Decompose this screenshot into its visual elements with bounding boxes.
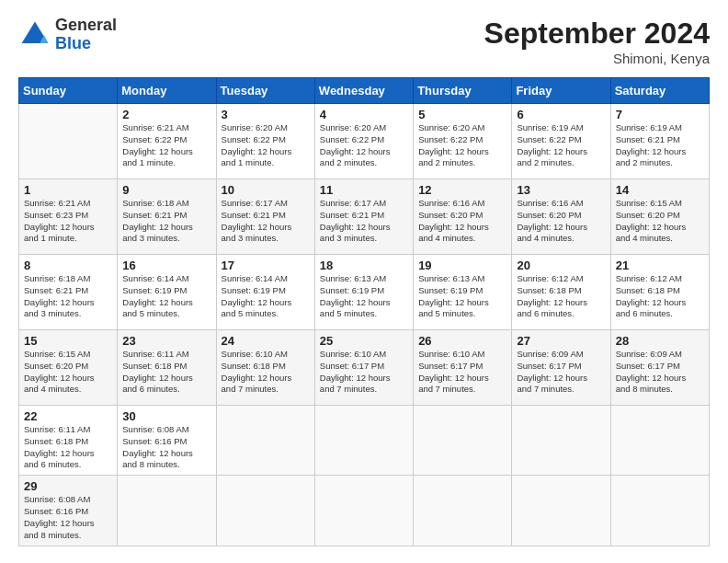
cell-line: and 2 minutes. [320,157,408,169]
calendar-cell: 19Sunrise: 6:13 AMSunset: 6:19 PMDayligh… [414,255,512,330]
cell-line: Daylight: 12 hours [222,297,310,309]
cell-line: and 8 minutes. [24,530,112,542]
calendar-cell: 18Sunrise: 6:13 AMSunset: 6:19 PMDayligh… [314,255,413,330]
calendar-cell: 1Sunrise: 6:21 AMSunset: 6:23 PMDaylight… [19,179,118,255]
header-cell-tuesday: Tuesday [216,78,314,104]
cell-line: Sunrise: 6:08 AM [122,424,210,436]
calendar-cell [314,476,413,546]
logo-blue: Blue [55,35,117,53]
cell-line: Daylight: 12 hours [24,222,112,234]
cell-line: Daylight: 12 hours [616,222,704,234]
cell-line: Sunset: 6:21 PM [616,134,704,146]
cell-line: Sunrise: 6:12 AM [616,273,704,285]
cell-line: Sunset: 6:20 PM [517,210,605,222]
calendar-row: 29Sunrise: 6:08 AMSunset: 6:16 PMDayligh… [19,476,710,546]
cell-line: Sunset: 6:20 PM [24,361,112,373]
calendar-row: 8Sunrise: 6:18 AMSunset: 6:21 PMDaylight… [19,255,710,330]
cell-line: Sunset: 6:22 PM [320,134,408,146]
cell-line: Sunset: 6:21 PM [24,285,112,297]
cell-line: Sunrise: 6:10 AM [320,349,408,361]
cell-line: and 7 minutes. [418,384,506,396]
cell-line: Daylight: 12 hours [418,222,506,234]
calendar-cell [216,476,314,546]
cell-line: Daylight: 12 hours [24,297,112,309]
cell-line: and 4 minutes. [616,233,704,245]
cell-line: Sunset: 6:17 PM [517,361,605,373]
cell-line: Sunrise: 6:14 AM [222,273,310,285]
day-number: 7 [616,108,704,121]
header-cell-wednesday: Wednesday [314,78,413,104]
header-cell-friday: Friday [512,78,610,104]
cell-line: Sunset: 6:19 PM [418,285,506,297]
cell-line: and 7 minutes. [222,384,310,396]
cell-line: Daylight: 12 hours [24,373,112,385]
calendar-cell: 25Sunrise: 6:10 AMSunset: 6:17 PMDayligh… [314,330,413,406]
logo: General Blue [18,17,117,53]
calendar-row: 22Sunrise: 6:11 AMSunset: 6:18 PMDayligh… [19,406,710,476]
cell-line: Daylight: 12 hours [320,146,408,158]
cell-line: Daylight: 12 hours [517,297,605,309]
calendar-cell [414,476,512,546]
cell-line: and 2 minutes. [418,157,506,169]
cell-line: Daylight: 12 hours [320,373,408,385]
cell-line: Sunrise: 6:19 AM [517,122,605,134]
day-number: 9 [122,183,210,197]
calendar-cell: 15Sunrise: 6:15 AMSunset: 6:20 PMDayligh… [19,330,118,406]
day-number: 25 [320,334,408,348]
cell-line: Sunset: 6:22 PM [517,134,605,146]
day-number: 16 [122,259,210,272]
day-number: 19 [418,259,506,272]
day-number: 1 [24,183,112,197]
logo-text: General Blue [55,17,117,53]
cell-line: Daylight: 12 hours [122,146,210,158]
cell-line: and 6 minutes. [122,384,210,396]
month-title: September 2024 [484,17,710,51]
cell-line: and 3 minutes. [222,233,310,245]
header-row: SundayMondayTuesdayWednesdayThursdayFrid… [19,78,710,104]
calendar-cell: 5Sunrise: 6:20 AMSunset: 6:22 PMDaylight… [414,104,512,179]
cell-line: and 1 minute. [222,157,310,169]
cell-line: and 6 minutes. [24,459,112,471]
cell-line: and 6 minutes. [616,308,704,320]
calendar-cell: 4Sunrise: 6:20 AMSunset: 6:22 PMDaylight… [314,104,413,179]
cell-line: Daylight: 12 hours [122,448,210,460]
cell-line: Daylight: 12 hours [517,222,605,234]
cell-line: Daylight: 12 hours [122,373,210,385]
title-block: September 2024 Shimoni, Kenya [484,17,710,66]
header: General Blue September 2024 Shimoni, Ken… [18,17,710,66]
day-number: 22 [24,409,112,423]
cell-line: Sunset: 6:16 PM [122,436,210,448]
cell-line: Sunrise: 6:09 AM [517,349,605,361]
cell-line: Sunset: 6:17 PM [320,361,408,373]
cell-line: Sunrise: 6:18 AM [24,273,112,285]
day-number: 13 [517,183,605,197]
cell-line: Sunrise: 6:15 AM [24,349,112,361]
calendar-row: 1Sunrise: 6:21 AMSunset: 6:23 PMDaylight… [19,179,710,255]
cell-line: and 1 minute. [122,157,210,169]
cell-line: Sunrise: 6:09 AM [616,349,704,361]
cell-line: Daylight: 12 hours [616,146,704,158]
calendar-cell: 13Sunrise: 6:16 AMSunset: 6:20 PMDayligh… [512,179,610,255]
cell-line: Daylight: 12 hours [222,146,310,158]
cell-line: Sunset: 6:21 PM [122,210,210,222]
calendar-cell [19,104,118,179]
cell-line: and 2 minutes. [517,157,605,169]
day-number: 3 [222,108,310,121]
cell-line: and 5 minutes. [222,308,310,320]
cell-line: and 5 minutes. [320,308,408,320]
calendar-table: SundayMondayTuesdayWednesdayThursdayFrid… [18,77,710,546]
day-number: 2 [122,108,210,121]
header-cell-thursday: Thursday [414,78,512,104]
calendar-cell: 14Sunrise: 6:15 AMSunset: 6:20 PMDayligh… [610,179,709,255]
calendar-cell [314,406,413,476]
calendar-cell: 28Sunrise: 6:09 AMSunset: 6:17 PMDayligh… [610,330,709,406]
calendar-row: 2Sunrise: 6:21 AMSunset: 6:22 PMDaylight… [19,104,710,179]
cell-line: Sunset: 6:18 PM [24,436,112,448]
calendar-cell: 30Sunrise: 6:08 AMSunset: 6:16 PMDayligh… [118,406,216,476]
cell-line: and 4 minutes. [24,384,112,396]
cell-line: Daylight: 12 hours [24,448,112,460]
cell-line: Sunrise: 6:18 AM [122,198,210,210]
cell-line: Sunrise: 6:11 AM [122,349,210,361]
cell-line: Sunset: 6:18 PM [122,361,210,373]
calendar-cell: 12Sunrise: 6:16 AMSunset: 6:20 PMDayligh… [414,179,512,255]
